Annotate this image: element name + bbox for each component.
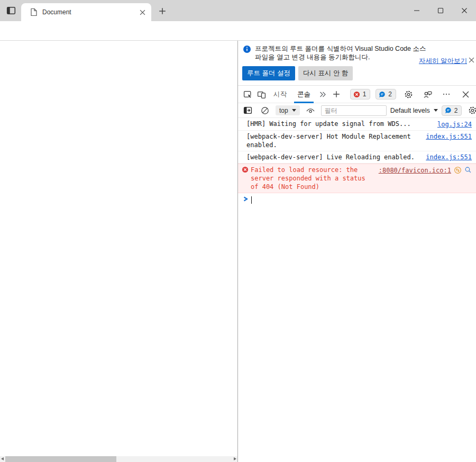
browser-tab[interactable]: Document xyxy=(21,3,151,21)
devtools-panel: 프로젝트의 루트 폴더를 식별하여 Visual Studio Code 소스 … xyxy=(237,41,476,462)
log-message: [webpack-dev-server] Live Reloading enab… xyxy=(246,153,426,161)
message-icon xyxy=(445,107,452,114)
live-expression-icon[interactable] xyxy=(304,104,317,117)
feedback-icon[interactable] xyxy=(420,87,434,101)
add-panel-icon[interactable] xyxy=(329,87,343,101)
window-controls xyxy=(405,0,476,21)
info-icon xyxy=(243,45,251,53)
log-levels-dropdown[interactable]: Default levels xyxy=(390,107,438,114)
console-log-row: [webpack-dev-server] Hot Module Replacem… xyxy=(238,131,476,151)
search-icon[interactable] xyxy=(464,166,472,174)
devtools-more-icon[interactable] xyxy=(440,87,453,101)
minimize-button[interactable] xyxy=(405,0,428,21)
inspect-element-icon[interactable] xyxy=(241,87,254,101)
filter-input[interactable] xyxy=(321,105,387,116)
browser-window: Document xyxy=(0,0,476,462)
log-message: [webpack-dev-server] Hot Module Replacem… xyxy=(246,132,426,149)
text-cursor xyxy=(251,196,252,204)
devtools-close-icon[interactable] xyxy=(459,87,472,101)
device-toolbar-icon[interactable] xyxy=(254,87,268,101)
devtools-toolbar: 시작 콘솔 1 2 xyxy=(238,85,476,103)
console-toolbar: top Default levels 2 xyxy=(238,103,476,118)
navigation-bar: localhost:8080 A xyxy=(0,21,476,41)
page-content xyxy=(0,41,237,462)
tab-strip: Document xyxy=(0,0,476,21)
scrollbar-thumb[interactable] xyxy=(5,456,116,462)
new-tab-button[interactable] xyxy=(157,5,168,17)
source-link[interactable]: index.js:551 xyxy=(426,132,472,141)
clear-console-icon[interactable] xyxy=(258,104,272,117)
log-message: [HMR] Waiting for update signal from WDS… xyxy=(246,120,437,128)
tab-title: Document xyxy=(42,8,138,16)
source-link[interactable]: index.js:551 xyxy=(426,153,472,161)
console-message-badge[interactable]: 2 xyxy=(442,105,462,116)
error-counter-badge[interactable]: 1 xyxy=(350,89,371,99)
error-count: 1 xyxy=(363,90,367,98)
message-count: 2 xyxy=(388,90,392,98)
tab-welcome[interactable]: 시작 xyxy=(268,86,292,103)
dont-show-again-button[interactable]: 다시 표시 안 함 xyxy=(298,66,353,80)
source-link[interactable]: log.js:24 xyxy=(437,120,472,129)
notification-buttons: 루트 폴더 설정 다시 표시 안 함 xyxy=(242,66,472,80)
console-error-row: Failed to load resource: the server resp… xyxy=(238,164,476,193)
console-prompt[interactable] xyxy=(238,193,476,206)
maximize-button[interactable] xyxy=(428,0,452,21)
horizontal-scrollbar[interactable] xyxy=(0,456,237,462)
learn-more-link[interactable]: 자세히 알아보기 xyxy=(419,57,467,66)
error-icon xyxy=(242,166,249,173)
console-messages: [HMR] Waiting for update signal from WDS… xyxy=(238,118,476,206)
javascript-context-dropdown[interactable]: top xyxy=(276,105,300,115)
levels-label: Default levels xyxy=(390,107,430,114)
tab-close-icon[interactable] xyxy=(138,7,147,17)
error-source-link[interactable]: :8080/favicon.ico:1 xyxy=(379,166,451,175)
more-tabs-icon[interactable] xyxy=(316,87,329,101)
console-sidebar-icon[interactable] xyxy=(241,104,254,117)
chevron-down-icon xyxy=(434,109,438,112)
scroll-right-icon[interactable] xyxy=(234,457,236,460)
set-root-folder-button[interactable]: 루트 폴더 설정 xyxy=(242,66,295,80)
console-message-count: 2 xyxy=(454,107,458,114)
tab-console[interactable]: 콘솔 xyxy=(292,86,316,103)
tab-actions-menu-icon[interactable] xyxy=(5,5,17,16)
console-settings-icon[interactable] xyxy=(465,104,476,117)
notification-close-icon[interactable] xyxy=(467,56,475,64)
message-icon xyxy=(379,91,386,98)
close-window-button[interactable] xyxy=(452,0,476,21)
page-favicon-icon xyxy=(30,8,38,16)
notification-text: 프로젝트의 루트 폴더를 식별하여 Visual Studio Code 소스 … xyxy=(255,44,433,61)
error-icon xyxy=(353,91,360,98)
console-log-row: [HMR] Waiting for update signal from WDS… xyxy=(238,118,476,131)
context-label: top xyxy=(279,107,288,114)
devtools-settings-icon[interactable] xyxy=(401,87,415,101)
message-counter-badge[interactable]: 2 xyxy=(376,89,396,99)
prompt-chevron-icon xyxy=(243,196,249,202)
error-message: Failed to load resource: the server resp… xyxy=(251,166,379,191)
network-arrows-icon[interactable] xyxy=(454,166,462,174)
scroll-left-icon[interactable] xyxy=(1,457,4,460)
chevron-down-icon xyxy=(292,109,296,112)
devtools-notification: 프로젝트의 루트 폴더를 식별하여 Visual Studio Code 소스 … xyxy=(238,41,476,85)
console-log-row: [webpack-dev-server] Live Reloading enab… xyxy=(238,151,476,164)
